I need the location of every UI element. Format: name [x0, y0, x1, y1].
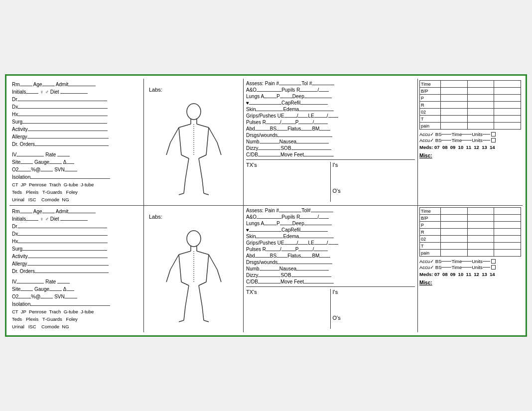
surg-line: Surg	[12, 118, 141, 126]
body-diagram-2	[151, 230, 236, 324]
grips-2: Grips/Pushes UE/ LE/	[246, 240, 415, 246]
svg-line-12	[199, 155, 206, 158]
svg-line-24	[197, 251, 209, 255]
labs-col-2: Labs:	[144, 206, 244, 332]
units-checkbox-1b[interactable]	[491, 138, 496, 142]
iv-line-2: IV Rate	[12, 278, 141, 285]
ct-line: CT JP Penrose Trach G-tube J-tube	[12, 181, 141, 188]
drorders-line-2: Dr. Orders	[12, 268, 141, 275]
allergy-line: Allergy	[12, 133, 141, 140]
txs-section: TX's	[246, 162, 331, 202]
dr-line: Dr	[12, 96, 141, 103]
vitals-r-label-2: R	[420, 229, 441, 236]
svg-point-0	[187, 104, 201, 120]
misc-label-2: Misc:	[419, 280, 432, 285]
is-section-2: I's O's	[331, 289, 415, 329]
svg-line-35	[199, 285, 202, 307]
numb: Numb Nausea	[246, 139, 415, 144]
vitals-table-2: Time B/P P R 02 T pain	[419, 207, 521, 257]
o2-line-2: O2%@ SVN	[12, 293, 141, 300]
vitals-02-label-2: 02	[420, 236, 441, 243]
accu-line-2a: Accu✓ BS Time Units	[419, 259, 521, 264]
accu-line-2b: Accu✓ BS Time Units	[419, 265, 521, 270]
svg-point-20	[187, 231, 201, 247]
txs-section-2: TX's	[246, 289, 331, 329]
svg-line-7	[209, 128, 217, 142]
isolation-line: Isolation	[12, 173, 141, 181]
site-line: Site Gauge Δ	[12, 158, 141, 166]
vitals-bp-label-2: B/P	[420, 215, 441, 222]
meds-line-2: Meds: 07 08 09 10 11 12 13 14	[419, 272, 521, 277]
svg-line-18	[204, 193, 209, 195]
svg-line-33	[185, 285, 189, 307]
dr-line-2: Dr	[12, 223, 141, 230]
svg-line-10	[206, 128, 209, 155]
meds-line-1: Meds: 07 08 09 10 11 12 13 14	[419, 144, 521, 150]
labs-label-1: Labs:	[149, 87, 162, 93]
units-checkbox-1a[interactable]	[491, 132, 496, 137]
drsgs-2: Drsgs/wounds	[246, 260, 415, 265]
hx-line: Hx	[12, 111, 141, 118]
svg-line-13	[185, 158, 189, 180]
vitals-col-1: Time B/P P R 02 T pain Accu✓ BS Time Uni…	[418, 79, 523, 205]
units-checkbox-2a[interactable]	[491, 259, 496, 264]
assess-col-2: Assess: Pain # Tol# A&O Pupils R/ Lungs …	[244, 206, 418, 332]
abd-2: Abd BS Flatus BM	[246, 253, 415, 259]
vitals-t-label-2: T	[420, 243, 441, 250]
svg-line-16	[202, 180, 204, 193]
lungs-2: Lungs AP Deep	[246, 221, 415, 226]
accu-line-1b: Accu✓ BS Time Units	[419, 137, 521, 143]
assess-pain: Assess: Pain # Tol #	[246, 81, 415, 86]
allergy-line-2: Allergy	[12, 260, 141, 268]
labs-label-2: Labs:	[149, 214, 162, 220]
svg-line-11	[181, 155, 189, 158]
svg-line-31	[181, 282, 189, 285]
svg-line-30	[206, 255, 209, 282]
svg-line-6	[166, 142, 170, 155]
txs-label-2: TX's	[246, 289, 257, 295]
vitals-02-label: 02	[420, 109, 441, 116]
assess-col-1: Assess: Pain # Tol # A&O Pupils R/ Lungs…	[244, 79, 418, 205]
misc-area-1: Misc:	[419, 153, 521, 158]
svg-line-23	[179, 251, 191, 255]
vitals-bp-label: B/P	[420, 88, 441, 95]
dx-line-2: Dx	[12, 230, 141, 238]
svg-line-25	[170, 255, 179, 270]
lungs: Lungs AP Deep	[246, 94, 415, 99]
abd: Abd BS Flatus BM	[246, 126, 415, 132]
surg-line-2: Surg	[12, 245, 141, 253]
page: Rm Age Admit Initials ♀ ♂ Diet Dr Dx Hx …	[5, 74, 527, 337]
initials-line-2: Initials ♀ ♂ Diet	[12, 215, 141, 223]
site-line-2: Site Gauge Δ	[12, 285, 141, 293]
vitals-col-2: Time B/P P R 02 T pain Accu✓ BS Time Uni…	[418, 206, 523, 332]
svg-line-17	[179, 193, 184, 195]
vitals-p-label: P	[420, 95, 441, 102]
svg-line-3	[179, 124, 191, 128]
svg-line-38	[204, 320, 209, 322]
numb-2: Numb Nausea	[246, 266, 415, 272]
vitals-p-label-2: P	[420, 222, 441, 229]
pulses: Pulses R/ P/	[246, 120, 415, 125]
vitals-pain-label-2: pain	[420, 250, 441, 257]
activity-line-2: Activity	[12, 253, 141, 260]
txs-label: TX's	[246, 162, 257, 168]
vitals-t-label: T	[420, 116, 441, 123]
dizzy: Dizzy SOB	[246, 145, 415, 151]
svg-line-37	[179, 320, 184, 322]
urinal-line-2: Urinal ISC Comode NG	[12, 323, 141, 330]
patient-info-col-2: Rm Age Admit Initials ♀ ♂ Diet Dr Dx Hx …	[9, 206, 144, 332]
heart-2: ♥ CapRefil	[246, 227, 415, 233]
drorders-line: Dr. Orders	[12, 140, 141, 148]
patient-info-col-1: Rm Age Admit Initials ♀ ♂ Diet Dr Dx Hx …	[9, 79, 144, 205]
ct-line-2: CT JP Penrose Trach G-tube J-tube	[12, 308, 141, 315]
svg-line-34	[184, 307, 185, 320]
svg-line-9	[179, 128, 181, 155]
initials-line: Initials ♀ ♂ Diet	[12, 88, 141, 96]
svg-line-27	[209, 255, 217, 270]
labs-col-1: Labs:	[144, 79, 244, 205]
skin: Skin Edema	[246, 107, 415, 112]
teds-line-2: Teds Plexis T-Guards Foley	[12, 315, 141, 323]
vitals-time-label-2: Time	[420, 208, 441, 215]
section-1: Rm Age Admit Initials ♀ ♂ Diet Dr Dx Hx …	[9, 79, 523, 206]
units-checkbox-2b[interactable]	[491, 265, 496, 270]
